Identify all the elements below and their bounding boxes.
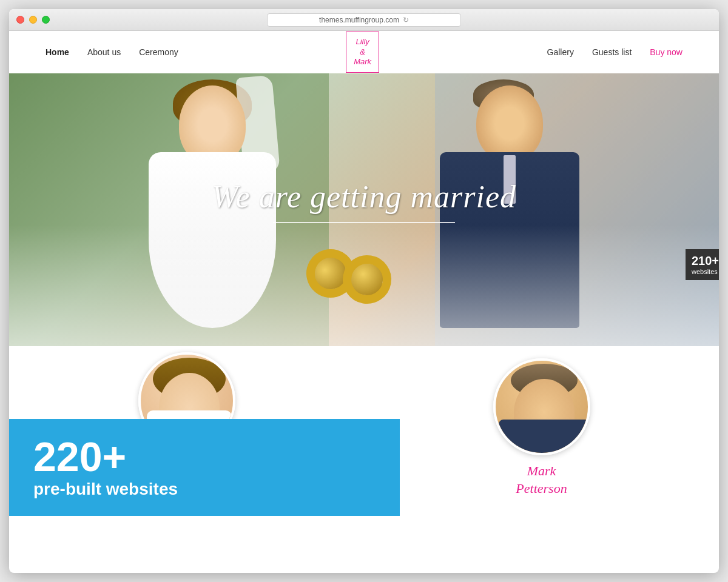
hero-main-text: We are getting married (212, 179, 516, 215)
minimize-button[interactable] (29, 16, 37, 24)
logo-line2: & (360, 47, 365, 56)
logo-line3: Mark (354, 57, 371, 66)
promo-banner: 220+ pre-built websites (9, 419, 400, 516)
window-buttons (16, 16, 50, 24)
nav-buy[interactable]: Buy now (650, 47, 682, 57)
groom-first-name: Mark (527, 463, 556, 478)
url-bar[interactable]: themes.muffingroup.com ↻ (267, 13, 461, 27)
nav-left: Home About us Ceremony (46, 47, 178, 57)
groom-name: Mark Petterson (516, 463, 567, 497)
nav-gallery[interactable]: Gallery (547, 47, 574, 57)
groom-profile-circle (493, 358, 590, 455)
nav-home[interactable]: Home (46, 47, 69, 57)
close-button[interactable] (16, 16, 24, 24)
rings-container (325, 249, 403, 310)
nav-about[interactable]: About us (87, 47, 121, 57)
nav-ceremony[interactable]: Ceremony (139, 47, 178, 57)
badge-count: 210+ (692, 254, 713, 268)
mac-window: themes.muffingroup.com ↻ Home About us C… (9, 9, 719, 573)
promo-text: pre-built websites (33, 480, 376, 499)
hero-section: We are getting married 210+ websites (9, 73, 719, 346)
nav-guests[interactable]: Guests list (592, 47, 632, 57)
titlebar: themes.muffingroup.com ↻ (9, 9, 719, 31)
badge-label: websites (692, 268, 718, 275)
maximize-button[interactable] (42, 16, 50, 24)
hero-text: We are getting married (212, 179, 516, 230)
groom-head (476, 85, 543, 161)
nav-logo[interactable]: Lilly & Mark (346, 32, 379, 73)
content-right: Mark Petterson (364, 346, 719, 516)
website-content: Home About us Ceremony Lilly & Mark Gall… (9, 31, 719, 573)
url-text: themes.muffingroup.com (319, 16, 399, 24)
sidebar-badge: 210+ websites (686, 249, 719, 280)
content-section: Mark Petterson 220+ pre-built websites (9, 346, 719, 516)
hero-divider (273, 222, 455, 223)
promo-number: 220+ (33, 436, 376, 477)
groom-last-name: Petterson (516, 481, 567, 496)
groom-p-suit (499, 420, 588, 453)
navigation: Home About us Ceremony Lilly & Mark Gall… (9, 31, 719, 73)
nav-right: Gallery Guests list Buy now (547, 47, 682, 57)
logo-line1: Lilly (356, 37, 369, 46)
refresh-icon[interactable]: ↻ (403, 16, 409, 24)
groom-profile-inner (496, 361, 588, 453)
